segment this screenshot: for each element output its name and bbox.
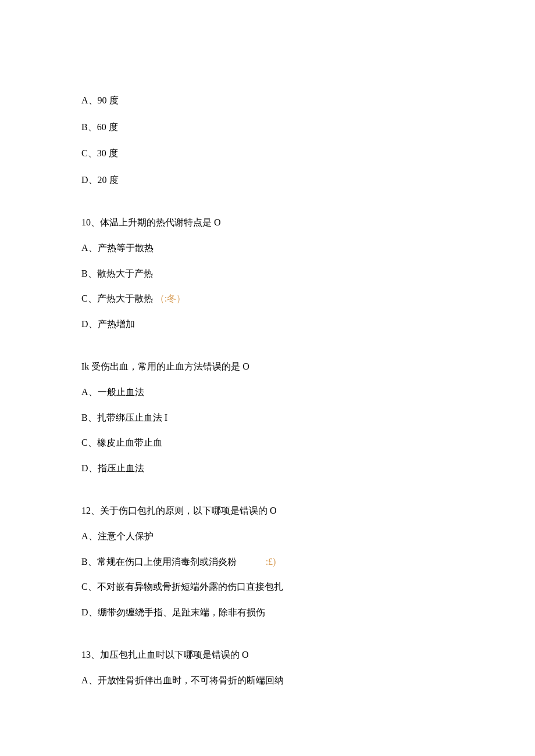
question-stem: 10、体温上升期的热代谢特点是 O xyxy=(81,215,454,230)
option-b: B、扎带绑压止血法 I xyxy=(81,410,454,425)
question-13: 13、加压包扎止血时以下哪项是错误的 O A、开放性骨折伴出血时，不可将骨折的断… xyxy=(81,647,454,687)
option-a: A、产热等于散热 xyxy=(81,241,454,256)
option-c: C、产热大于散热（:冬） xyxy=(81,291,454,306)
question-stem: Ik 受伤出血，常用的止血方法错误的是 O xyxy=(81,359,454,374)
answer-marker: :£) xyxy=(266,554,276,569)
question-12: 12、关于伤口包扎的原则，以下哪项是错误的 O A、注意个人保护 B、常规在伤口… xyxy=(81,503,454,619)
option-c: C、30 度 xyxy=(81,146,454,161)
question-10: 10、体温上升期的热代谢特点是 O A、产热等于散热 B、散热大于产热 C、产热… xyxy=(81,215,454,331)
question-stem: 13、加压包扎止血时以下哪项是错误的 O xyxy=(81,647,454,662)
option-c: C、不对嵌有异物或骨折短端外露的伤口直接包扎 xyxy=(81,579,454,594)
option-d: D、产热增加 xyxy=(81,317,454,332)
question-11: Ik 受伤出血，常用的止血方法错误的是 O A、一般止血法 B、扎带绑压止血法 … xyxy=(81,359,454,475)
question-9-options: A、90 度 B、60 度 C、30 度 D、20 度 xyxy=(81,93,454,187)
option-a: A、90 度 xyxy=(81,93,454,108)
answer-marker: （:冬） xyxy=(155,293,186,303)
option-d: D、指压止血法 xyxy=(81,461,454,476)
question-stem: 12、关于伤口包扎的原则，以下哪项是错误的 O xyxy=(81,503,454,518)
option-b-text: B、常规在伤口上使用消毒剂或消炎粉 xyxy=(81,557,237,567)
option-d: D、20 度 xyxy=(81,173,454,188)
option-a: A、注意个人保护 xyxy=(81,529,454,544)
option-c: C、橡皮止血带止血 xyxy=(81,435,454,450)
option-b: B、60 度 xyxy=(81,120,454,135)
option-a: A、一般止血法 xyxy=(81,385,454,400)
option-a: A、开放性骨折伴出血时，不可将骨折的断端回纳 xyxy=(81,673,454,688)
option-b: B、散热大于产热 xyxy=(81,266,454,281)
option-d: D、绷带勿缠绕手指、足趾末端，除非有损伤 xyxy=(81,605,454,620)
document-page: A、90 度 B、60 度 C、30 度 D、20 度 10、体温上升期的热代谢… xyxy=(0,0,535,756)
option-c-text: C、产热大于散热 xyxy=(81,293,153,303)
option-b: B、常规在伤口上使用消毒剂或消炎粉:£) xyxy=(81,554,454,569)
